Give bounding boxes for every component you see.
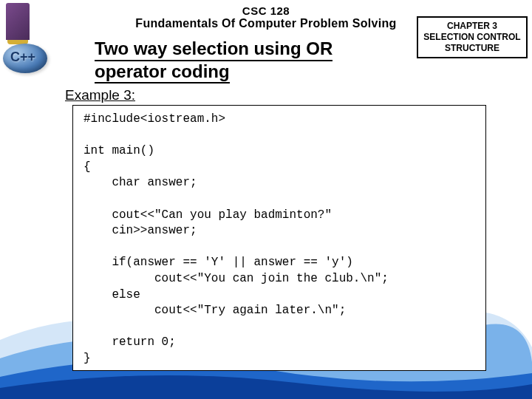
cpp-logo-icon: C++: [3, 44, 58, 81]
chapter-line-2: SELECTION CONTROL: [423, 32, 522, 43]
code-content: #include<iostream.h> int main() { char a…: [83, 112, 475, 367]
cpp-logo-text: C++: [10, 50, 35, 65]
example-label: Example 3:: [65, 87, 135, 103]
topic-title: Two way selection using OR operator codi…: [95, 38, 332, 83]
topic-line-1: Two way selection using OR: [95, 38, 332, 61]
chapter-box: CHAPTER 3 SELECTION CONTROL STRUCTURE: [417, 16, 528, 58]
code-box: #include<iostream.h> int main() { char a…: [72, 105, 486, 371]
chapter-line-1: CHAPTER 3: [423, 21, 522, 32]
topic-line-2: operator coding: [95, 61, 230, 84]
chapter-line-3: STRUCTURE: [423, 43, 522, 54]
course-code: CSC 128: [0, 4, 532, 17]
